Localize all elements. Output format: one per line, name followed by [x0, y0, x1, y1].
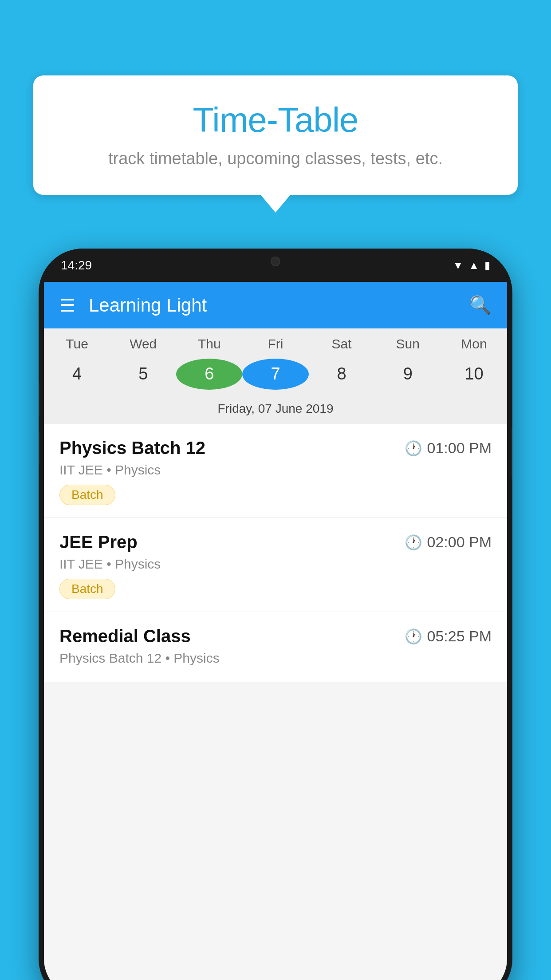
schedule-time-3: 🕐 05:25 PM [405, 628, 492, 645]
date-4: 4 [44, 357, 110, 391]
status-bar: 14:29 ▼ ▲ ▮ [39, 249, 512, 282]
phone-frame: 14:29 ▼ ▲ ▮ ☰ Learning Light 🔍 Tue Wed T… [39, 249, 512, 980]
time-value-3: 05:25 PM [427, 628, 492, 645]
schedule-item-3-header: Remedial Class 🕐 05:25 PM [59, 626, 492, 646]
date-7-selected: 7 [242, 359, 308, 390]
batch-tag-2: Batch [59, 579, 115, 599]
selected-date-label: Friday, 07 June 2019 [44, 397, 507, 424]
date-6-today: 6 [176, 359, 242, 390]
phone-screen: ☰ Learning Light 🔍 Tue Wed Thu Fri Sat S… [44, 282, 507, 980]
signal-icon: ▲ [468, 259, 479, 272]
power-button [39, 382, 39, 417]
schedule-title-1: Physics Batch 12 [59, 438, 205, 458]
status-icons: ▼ ▲ ▮ [453, 259, 490, 272]
date-6-wrapper[interactable]: 6 [176, 359, 242, 390]
app-header: ☰ Learning Light 🔍 [44, 282, 507, 328]
date-5-wrapper[interactable]: 5 [110, 357, 176, 391]
wifi-icon: ▼ [453, 259, 463, 272]
phone-time: 14:29 [61, 258, 92, 273]
date-7-wrapper[interactable]: 7 [242, 359, 308, 390]
clock-icon-2: 🕐 [405, 534, 422, 551]
bubble-subtitle: track timetable, upcoming classes, tests… [60, 149, 491, 168]
date-5: 5 [110, 357, 176, 391]
time-value-1: 01:00 PM [427, 439, 492, 457]
schedule-meta-2: IIT JEE • Physics [59, 557, 492, 572]
date-9: 9 [375, 357, 441, 391]
schedule-item-2-header: JEE Prep 🕐 02:00 PM [59, 532, 492, 552]
day-labels: Tue Wed Thu Fri Sat Sun Mon [44, 328, 507, 355]
volume-up-button [39, 431, 39, 466]
schedule-item-2[interactable]: JEE Prep 🕐 02:00 PM IIT JEE • Physics Ba… [44, 518, 507, 612]
day-numbers: 4 5 6 7 8 9 10 [44, 355, 507, 397]
schedule-time-2: 🕐 02:00 PM [405, 533, 492, 551]
calendar-section: Tue Wed Thu Fri Sat Sun Mon 4 5 6 7 [44, 328, 507, 424]
clock-icon-1: 🕐 [405, 440, 422, 457]
schedule-title-3: Remedial Class [59, 626, 191, 646]
batch-tag-1: Batch [59, 485, 115, 505]
day-sat: Sat [309, 336, 375, 352]
menu-icon[interactable]: ☰ [59, 296, 75, 314]
day-thu: Thu [176, 336, 242, 352]
battery-icon: ▮ [484, 259, 490, 272]
phone-notch [236, 249, 315, 273]
date-8-wrapper[interactable]: 8 [309, 357, 375, 391]
bubble-title: Time-Table [60, 100, 491, 140]
clock-icon-3: 🕐 [405, 628, 422, 645]
date-8: 8 [309, 357, 375, 391]
day-wed: Wed [110, 336, 176, 352]
schedule-list: Physics Batch 12 🕐 01:00 PM IIT JEE • Ph… [44, 424, 507, 682]
date-4-wrapper[interactable]: 4 [44, 357, 110, 391]
schedule-item-3[interactable]: Remedial Class 🕐 05:25 PM Physics Batch … [44, 612, 507, 682]
schedule-meta-3: Physics Batch 12 • Physics [59, 651, 492, 666]
day-mon: Mon [441, 336, 507, 352]
schedule-meta-1: IIT JEE • Physics [59, 462, 492, 478]
day-tue: Tue [44, 336, 110, 352]
schedule-title-2: JEE Prep [59, 532, 138, 552]
schedule-time-1: 🕐 01:00 PM [405, 439, 492, 457]
speech-bubble: Time-Table track timetable, upcoming cla… [33, 75, 518, 195]
front-camera [271, 257, 280, 266]
date-10-wrapper[interactable]: 10 [441, 357, 507, 391]
schedule-item-1[interactable]: Physics Batch 12 🕐 01:00 PM IIT JEE • Ph… [44, 424, 507, 518]
volume-button [512, 426, 512, 479]
time-value-2: 02:00 PM [427, 533, 492, 551]
app-title: Learning Light [89, 295, 469, 316]
search-icon[interactable]: 🔍 [469, 295, 492, 316]
day-fri: Fri [242, 336, 308, 352]
date-9-wrapper[interactable]: 9 [375, 357, 441, 391]
date-10: 10 [441, 357, 507, 391]
schedule-item-1-header: Physics Batch 12 🕐 01:00 PM [59, 438, 492, 458]
day-sun: Sun [375, 336, 441, 352]
